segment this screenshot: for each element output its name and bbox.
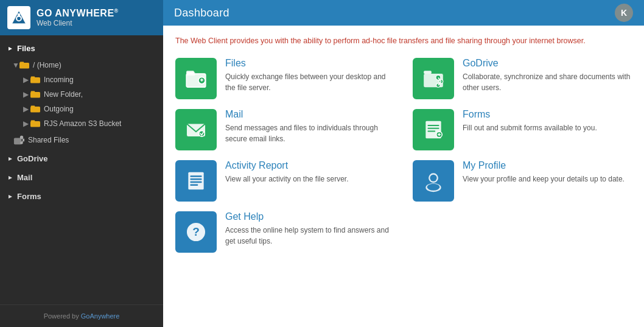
card-text-forms: Forms Fill out and submit forms availabl… (463, 109, 597, 133)
sidebar-footer: Powered by GoAnywhere (0, 304, 163, 327)
app-name: GO ANYWHERE® Web Client (37, 7, 119, 28)
card-desc-godrive: Collaborate, synchronize and share docum… (463, 71, 632, 93)
card-icon-profile (413, 160, 454, 202)
svg-point-55 (430, 174, 436, 181)
sidebar-item-mail[interactable]: Mail (0, 168, 163, 187)
card-title-forms: Forms (463, 109, 597, 120)
card-icon-activity (175, 160, 217, 202)
card-activity[interactable]: Activity Report View all your activity o… (175, 160, 394, 202)
svg-rect-47 (439, 133, 440, 136)
expand-arrow: ▼ (12, 61, 17, 69)
tree-item-newfolder[interactable]: ▶ New Folder, (6, 87, 163, 102)
tree-item-incoming[interactable]: ▶ Incoming (6, 72, 163, 87)
svg-marker-23 (9, 176, 12, 180)
sidebar: GO ANYWHERE® Web Client Files ▼ / (Home)… (0, 0, 163, 327)
user-avatar[interactable]: K (615, 4, 633, 22)
svg-text:?: ? (192, 225, 200, 238)
card-godrive[interactable]: GoDrive Collaborate, synchronize and sha… (413, 58, 632, 99)
card-title-files: Files (225, 58, 394, 69)
svg-rect-9 (31, 76, 35, 78)
card-files[interactable]: Files Quickly exchange files between you… (175, 58, 394, 99)
card-title-godrive: GoDrive (463, 58, 632, 69)
app-subtitle: Web Client (37, 19, 119, 27)
svg-marker-24 (9, 195, 12, 199)
svg-rect-42 (428, 125, 439, 126)
dashboard-content: The Web Client provides you with the abi… (163, 26, 644, 327)
card-forms[interactable]: Forms Fill out and submit forms availabl… (413, 109, 632, 150)
svg-point-2 (17, 17, 21, 21)
sidebar-item-shared-files[interactable]: Shared Files (0, 131, 163, 149)
svg-rect-44 (428, 130, 436, 132)
card-text-profile: My Profile View your profile and keep yo… (463, 160, 625, 185)
svg-rect-28 (186, 71, 194, 74)
card-text-files: Files Quickly exchange files between you… (225, 58, 394, 93)
card-mail[interactable]: Mail Send messages and files to individu… (175, 109, 394, 150)
files-tree: ▼ / (Home) ▶ Incoming ▶ New Folder, ▶ Ou… (0, 58, 163, 131)
svg-rect-3 (18, 13, 20, 17)
svg-rect-48 (188, 172, 203, 190)
card-title-mail: Mail (225, 109, 394, 120)
expand-arrow-s3: ▶ (23, 119, 28, 128)
svg-rect-43 (428, 128, 439, 129)
card-icon-forms (413, 109, 454, 150)
intro-text: The Web Client provides you with the abi… (175, 35, 632, 47)
app-title: GO ANYWHERE® (37, 7, 119, 19)
svg-marker-22 (9, 157, 12, 161)
card-text-mail: Mail Send messages and files to individu… (225, 109, 394, 144)
card-icon-mail (175, 109, 217, 150)
main-content: Dashboard K The Web Client provides you … (163, 0, 644, 327)
topbar: Dashboard K (163, 0, 644, 26)
expand-arrow-incoming: ▶ (23, 76, 28, 84)
expand-arrow-outgoing: ▶ (23, 105, 28, 113)
svg-rect-7 (20, 62, 24, 63)
tree-item-s3[interactable]: ▶ RJS Amazon S3 Bucket (6, 116, 163, 131)
card-profile[interactable]: My Profile View your profile and keep yo… (413, 160, 632, 202)
card-help[interactable]: ? Get Help Access the online help system… (175, 211, 394, 253)
sidebar-nav: Files ▼ / (Home) ▶ Incoming ▶ New Folder… (0, 35, 163, 304)
card-desc-files: Quickly exchange files between your desk… (225, 71, 394, 93)
svg-rect-13 (31, 105, 35, 107)
goanywhere-link[interactable]: GoAnywhere (81, 312, 120, 320)
svg-rect-52 (191, 184, 198, 185)
svg-rect-33 (424, 71, 432, 74)
tree-item-outgoing[interactable]: ▶ Outgoing (6, 102, 163, 116)
svg-marker-4 (9, 47, 12, 51)
sidebar-header: GO ANYWHERE® Web Client (0, 0, 163, 35)
card-title-profile: My Profile (463, 160, 625, 171)
sidebar-item-files[interactable]: Files (0, 39, 163, 58)
card-desc-help: Access the online help system to find an… (225, 225, 394, 247)
card-desc-mail: Send messages and files to individuals t… (225, 122, 394, 144)
dashboard-grid: Files Quickly exchange files between you… (175, 58, 632, 253)
card-text-godrive: GoDrive Collaborate, synchronize and sha… (463, 58, 632, 93)
svg-rect-11 (31, 91, 35, 93)
page-title: Dashboard (174, 7, 229, 19)
card-text-help: Get Help Access the online help system t… (225, 211, 394, 247)
svg-rect-49 (191, 175, 202, 177)
svg-rect-15 (31, 120, 35, 122)
card-desc-forms: Fill out and submit forms available to y… (463, 122, 597, 133)
svg-rect-31 (201, 79, 203, 82)
card-icon-files (175, 58, 217, 99)
sidebar-item-forms[interactable]: Forms (0, 187, 163, 206)
svg-point-56 (427, 184, 440, 191)
card-icon-help: ? (175, 211, 217, 253)
card-text-activity: Activity Report View all your activity o… (225, 160, 349, 185)
logo-icon (7, 6, 30, 29)
card-desc-profile: View your profile and keep your details … (463, 174, 625, 185)
expand-arrow-newfolder: ▶ (23, 90, 28, 99)
card-desc-activity: View all your activity on the file serve… (225, 174, 349, 185)
svg-rect-50 (191, 178, 202, 180)
card-icon-godrive (413, 58, 454, 99)
card-title-activity: Activity Report (225, 160, 349, 171)
tree-item-home[interactable]: ▼ / (Home) (6, 58, 163, 72)
card-title-help: Get Help (225, 211, 394, 222)
sidebar-item-godrive[interactable]: GoDrive (0, 149, 163, 168)
svg-rect-51 (191, 181, 202, 183)
